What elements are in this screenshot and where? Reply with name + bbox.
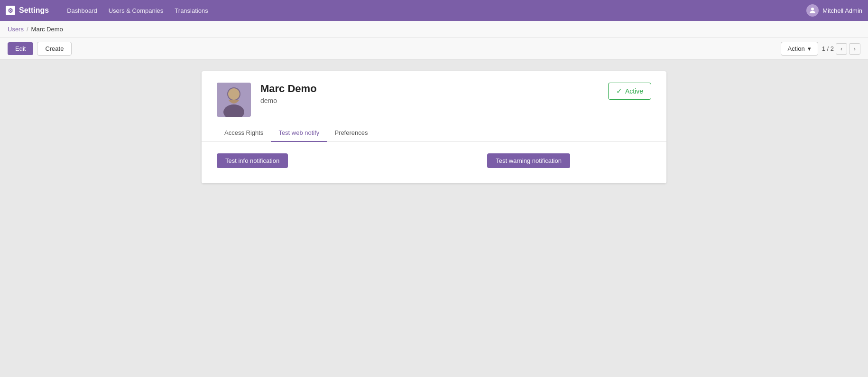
tab-test-web-notify[interactable]: Test web notify <box>271 124 327 142</box>
active-status-badge[interactable]: ✓ Active <box>608 83 651 100</box>
toolbar: Edit Create Action ▾ 1 / 2 ‹ › <box>0 38 868 60</box>
nav-users-companies[interactable]: Users & Companies <box>104 4 168 17</box>
user-avatar[interactable] <box>806 4 819 17</box>
test-warning-notification-button[interactable]: Test warning notification <box>487 153 570 168</box>
svg-point-0 <box>811 8 814 10</box>
breadcrumb-parent[interactable]: Users <box>8 26 24 33</box>
app-title: Settings <box>19 6 49 15</box>
record-card: Marc Demo demo ✓ Active Access Rights Te… <box>202 71 666 183</box>
pagination-prev[interactable]: ‹ <box>836 43 847 55</box>
user-info: Marc Demo demo <box>260 83 599 104</box>
breadcrumb: Users / Marc Demo <box>0 21 868 38</box>
topbar-right: Mitchell Admin <box>806 4 862 17</box>
user-name: Marc Demo <box>260 83 599 95</box>
user-login: demo <box>260 97 599 104</box>
main-content: Marc Demo demo ✓ Active Access Rights Te… <box>0 60 868 376</box>
pagination-text: 1 / 2 <box>822 45 834 52</box>
pagination-sep: / <box>827 45 829 52</box>
app-brand[interactable]: Settings <box>6 6 49 15</box>
action-button[interactable]: Action ▾ <box>781 42 818 56</box>
test-info-notification-button[interactable]: Test info notification <box>217 153 288 168</box>
pagination-total: 2 <box>831 45 834 52</box>
action-label: Action <box>788 45 805 52</box>
action-dropdown-icon: ▾ <box>808 45 811 52</box>
pagination: 1 / 2 ‹ › <box>822 43 860 55</box>
card-header: Marc Demo demo ✓ Active <box>202 71 666 124</box>
nav-translations[interactable]: Translations <box>170 4 212 17</box>
active-check-icon: ✓ <box>616 87 622 95</box>
record-tabs: Access Rights Test web notify Preference… <box>202 124 666 142</box>
notifications-row: Test info notification Test warning noti… <box>217 153 651 168</box>
breadcrumb-separator: / <box>27 26 28 33</box>
tab-access-rights[interactable]: Access Rights <box>217 124 271 142</box>
username-label[interactable]: Mitchell Admin <box>822 7 862 14</box>
tab-content-test-web-notify: Test info notification Test warning noti… <box>202 142 666 183</box>
pagination-current: 1 <box>822 45 825 52</box>
topbar: Settings Dashboard Users & Companies Tra… <box>0 0 868 21</box>
app-icon <box>6 6 15 15</box>
create-button[interactable]: Create <box>37 42 72 56</box>
breadcrumb-current: Marc Demo <box>31 26 63 33</box>
edit-button[interactable]: Edit <box>8 42 33 55</box>
svg-point-4 <box>228 88 240 100</box>
top-navigation: Dashboard Users & Companies Translations <box>62 4 797 17</box>
pagination-next[interactable]: › <box>849 43 860 55</box>
nav-dashboard[interactable]: Dashboard <box>62 4 102 17</box>
tab-preferences[interactable]: Preferences <box>327 124 375 142</box>
active-label: Active <box>625 87 643 95</box>
user-photo <box>217 83 251 117</box>
